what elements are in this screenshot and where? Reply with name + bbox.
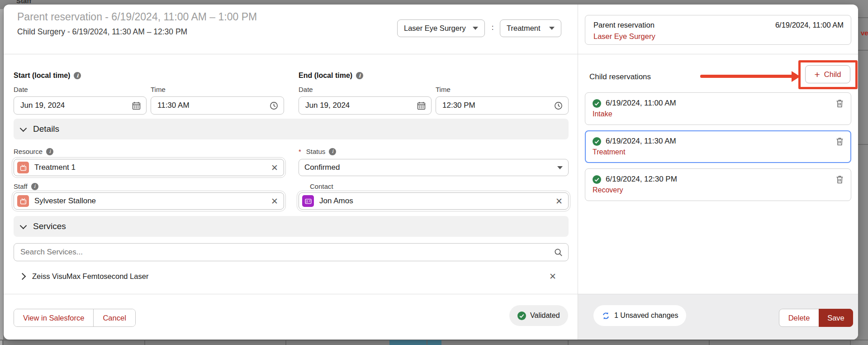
end-date-input[interactable]: [299, 96, 432, 115]
details-section-header[interactable]: Details: [14, 119, 569, 139]
reservation-subtype-dropdown[interactable]: Treatment: [500, 19, 561, 37]
child-card-type: Treatment: [586, 146, 850, 156]
status-label-text: Status: [306, 148, 326, 155]
save-button[interactable]: Save: [819, 309, 853, 327]
background-text-fragment: Staff: [16, 0, 31, 5]
contact-icon: [302, 195, 314, 207]
status-select[interactable]: Confirmed: [299, 159, 569, 176]
staff-field[interactable]: Sylvester Stallone ✕: [14, 192, 284, 210]
end-time-field-label: Time: [436, 86, 451, 93]
cancel-button[interactable]: Cancel: [94, 309, 135, 326]
child-card-datetime: 6/19/2024, 11:30 AM: [606, 137, 831, 146]
calendar-icon[interactable]: [417, 101, 426, 110]
child-reservation-card[interactable]: 6/19/2024, 11:00 AM Intake: [585, 92, 851, 125]
add-child-label: Child: [824, 70, 841, 79]
view-in-salesforce-button[interactable]: View in Salesforce: [14, 309, 93, 326]
unsaved-changes-label: 1 Unsaved changes: [614, 311, 678, 320]
chevron-down-icon: [20, 125, 27, 132]
required-asterisk: *: [299, 148, 301, 155]
remove-service-icon[interactable]: ✕: [549, 272, 556, 281]
info-icon[interactable]: i: [356, 72, 363, 79]
end-time-input[interactable]: [436, 96, 569, 115]
clock-icon[interactable]: [554, 101, 563, 110]
status-label: * Status i: [299, 148, 336, 155]
background-gridline: [2, 340, 3, 345]
clock-icon[interactable]: [270, 101, 278, 110]
background-gridline: [144, 340, 145, 345]
start-date-input[interactable]: [14, 96, 147, 115]
resource-label: Resource i: [14, 148, 53, 155]
child-reservation-card-selected[interactable]: 6/19/2024, 11:30 AM Treatment: [585, 130, 851, 163]
search-services-input[interactable]: [14, 243, 569, 261]
sync-icon: [602, 311, 610, 320]
footer-divider: [4, 294, 578, 294]
staff-label-text: Staff: [14, 182, 28, 190]
child-card-type: Recovery: [585, 184, 851, 194]
end-date-value[interactable]: [304, 101, 417, 110]
resource-value: Treatment 1: [34, 163, 266, 172]
plus-icon: +: [815, 70, 820, 79]
reservation-dialog: Parent reservation - 6/19/2024, 11:00 AM…: [4, 5, 858, 340]
staff-resource-icon: [17, 195, 29, 207]
background-gridline: [858, 17, 868, 18]
child-card-type: Intake: [585, 108, 851, 118]
chevron-down-icon: [549, 27, 555, 30]
reservation-type-dropdown[interactable]: Laser Eye Surgery: [397, 19, 485, 37]
background-calendar-cell: [389, 340, 441, 345]
calendar-icon[interactable]: [132, 101, 141, 110]
status-value: Confirmed: [304, 163, 553, 172]
reservation-subtype-value: Treatment: [507, 24, 541, 33]
resource-field[interactable]: Treatment 1 ✕: [14, 159, 284, 176]
resource-icon: [17, 162, 29, 173]
services-section-label: Services: [33, 221, 66, 231]
start-date-field-label: Date: [14, 86, 28, 93]
contact-field[interactable]: Jon Amos ✕: [299, 192, 569, 210]
resource-label-text: Resource: [14, 148, 43, 155]
service-list-item[interactable]: Zeiss VisuMax Femtosecond Laser ✕: [20, 267, 563, 285]
background-gridline: [858, 50, 868, 51]
end-time-label-text: End (local time): [299, 72, 352, 80]
clear-staff-icon[interactable]: ✕: [271, 197, 278, 206]
check-circle-icon: [593, 99, 601, 108]
info-icon[interactable]: i: [46, 148, 53, 155]
parent-reservation-card[interactable]: Parent reservation 6/19/2024, 11:00 AM L…: [585, 15, 851, 45]
end-time-label: End (local time) i: [299, 72, 363, 80]
info-icon[interactable]: i: [31, 183, 38, 190]
reservation-type-value: Laser Eye Surgery: [404, 24, 466, 33]
search-services-value[interactable]: [19, 247, 554, 257]
staff-label: Staff i: [14, 182, 38, 190]
contact-value: Jon Amos: [319, 196, 550, 206]
parent-card-title: Parent reservation: [593, 21, 655, 29]
clear-contact-icon[interactable]: ✕: [555, 197, 563, 206]
child-reservation-card[interactable]: 6/19/2024, 12:30 PM Recovery: [585, 168, 851, 201]
services-section-header[interactable]: Services: [14, 216, 569, 237]
start-time-value[interactable]: [157, 101, 270, 110]
start-time-field-label: Time: [151, 86, 166, 93]
unsaved-changes-badge: 1 Unsaved changes: [593, 305, 686, 326]
dialog-title: Parent reservation - 6/19/2024, 11:00 AM…: [17, 11, 257, 23]
start-time-input[interactable]: [151, 96, 284, 115]
end-time-value[interactable]: [441, 101, 554, 110]
background-gridline: [850, 340, 851, 345]
clear-resource-icon[interactable]: ✕: [271, 163, 278, 172]
footer-left-button-group: View in Salesforce Cancel: [14, 309, 136, 327]
add-child-button[interactable]: + Child: [805, 65, 850, 83]
info-icon[interactable]: i: [74, 72, 81, 79]
child-card-datetime: 6/19/2024, 11:00 AM: [606, 99, 831, 108]
child-reservations-label: Child reservations: [589, 72, 651, 81]
dropdown-separator: :: [488, 23, 498, 32]
delete-child-icon[interactable]: [836, 175, 844, 184]
check-circle-icon: [593, 137, 601, 146]
start-date-value[interactable]: [19, 101, 132, 110]
delete-child-icon[interactable]: [836, 99, 844, 108]
delete-child-icon[interactable]: [836, 137, 844, 146]
staff-value: Sylvester Stallone: [34, 196, 266, 206]
validated-label: Validated: [530, 311, 560, 320]
info-icon[interactable]: i: [329, 148, 336, 155]
background-gridline: [568, 340, 569, 345]
background-gridline: [858, 144, 868, 145]
service-name: Zeiss VisuMax Femtosecond Laser: [32, 272, 544, 281]
background-left-strip: [0, 9, 4, 345]
delete-button[interactable]: Delete: [779, 309, 819, 327]
search-icon[interactable]: [554, 248, 563, 257]
